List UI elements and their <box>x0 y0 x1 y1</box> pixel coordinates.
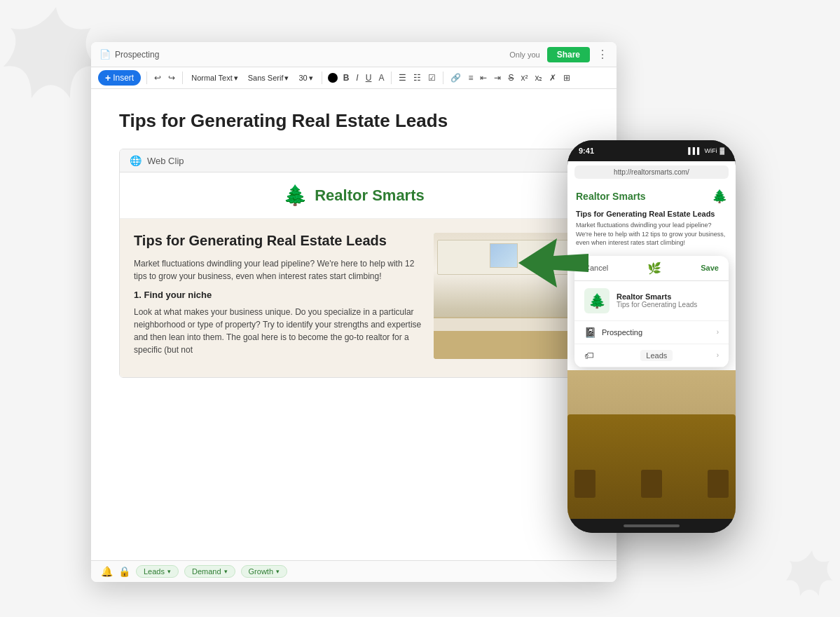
tag-leads-chevron: ▾ <box>167 568 171 575</box>
redo-icon[interactable]: ↪ <box>167 72 177 84</box>
text-style-dropdown[interactable]: Normal Text ▾ <box>188 72 240 84</box>
kitchen-counter <box>434 317 574 331</box>
tag-growth-label: Growth <box>249 567 273 576</box>
battery-icon: ▓ <box>719 147 724 154</box>
bell-icon[interactable]: 🔔 <box>101 566 113 577</box>
phone-status-icons: ▌▌▌ WiFi ▓ <box>688 147 724 154</box>
bold-button[interactable]: B <box>342 72 351 84</box>
align-button[interactable]: ≡ <box>467 72 474 84</box>
italic-button[interactable]: I <box>354 72 359 84</box>
text-style-label: Normal Text <box>191 74 232 82</box>
chevron-down-icon: ▾ <box>234 74 238 83</box>
phone-bottom-image <box>567 370 736 519</box>
evernote-icon: 🌿 <box>647 262 661 275</box>
phone-article-title: Tips for Generating Real Estate Leads <box>567 210 736 218</box>
kitchen-window <box>490 243 518 268</box>
desktop-window: 📄 Prospecting Only you Share ⋮ + Insert … <box>91 42 617 582</box>
checklist-button[interactable]: ☑ <box>427 72 437 84</box>
clear-format-button[interactable]: ✗ <box>548 72 558 84</box>
tag-growth-chevron: ▾ <box>276 568 280 575</box>
web-clip-body: 🌲 Realtor Smarts Tips for Generating Rea… <box>120 172 588 377</box>
plus-icon: + <box>105 72 111 83</box>
superscript-button[interactable]: x² <box>519 72 529 84</box>
indent-right-button[interactable]: ⇥ <box>493 72 502 84</box>
insert-label: Insert <box>113 73 134 83</box>
doc-icon: 📄 <box>99 49 111 60</box>
phone-status-bar: 9:41 ▌▌▌ WiFi ▓ <box>567 140 736 161</box>
link-button[interactable]: 🔗 <box>449 72 462 84</box>
site-title: Realtor Smarts <box>315 187 425 205</box>
toolbar-divider-2 <box>182 72 183 84</box>
insert-button[interactable]: + Insert <box>98 70 141 86</box>
save-item-text: Realtor Smarts Tips for Generating Leads <box>617 292 719 308</box>
site-logo-icon: 🌲 <box>283 184 308 207</box>
highlight-button[interactable]: A <box>377 72 385 84</box>
more-icon[interactable]: ⋮ <box>597 48 608 61</box>
lock-icon[interactable]: 🔒 <box>118 566 130 577</box>
title-bar-right: Only you Share ⋮ <box>509 47 608 62</box>
font-size-dropdown[interactable]: 30 ▾ <box>296 72 315 84</box>
document-footer: 🔔 🔒 Leads ▾ Demand ▾ Growth ▾ <box>91 560 617 582</box>
article-intro-text: Market fluctuations dwindling your lead … <box>134 257 422 283</box>
article-body-text: Look at what makes your business unique.… <box>134 306 422 356</box>
font-dropdown[interactable]: Sans Serif ▾ <box>245 72 292 84</box>
tag-leads[interactable]: Leads ▾ <box>136 565 179 578</box>
undo-icon[interactable]: ↩ <box>153 72 163 84</box>
wifi-icon: WiFi <box>704 147 717 154</box>
phone-time: 9:41 <box>579 147 594 155</box>
more-formats-button[interactable]: ⊞ <box>562 72 572 84</box>
phone-kitchen-chairs <box>574 470 729 505</box>
bullets-button[interactable]: ☰ <box>397 72 408 84</box>
size-chevron-icon: ▾ <box>309 74 313 83</box>
subscript-button[interactable]: x₂ <box>533 72 544 84</box>
main-container: 📄 Prospecting Only you Share ⋮ + Insert … <box>91 42 840 596</box>
save-dialog-tag-row[interactable]: 🏷 Leads › <box>574 344 729 367</box>
home-indicator-bar <box>624 524 680 527</box>
phone-site-title: Realtor Smarts <box>576 191 646 202</box>
toolbar-divider-4 <box>391 72 392 84</box>
phone-site-logo-icon: 🌲 <box>712 189 727 204</box>
kitchen-floor <box>434 331 574 359</box>
indent-left-button[interactable]: ⇤ <box>478 72 488 84</box>
save-save-button[interactable]: Save <box>701 264 719 272</box>
toolbar-divider-5 <box>443 72 443 84</box>
title-bar: 📄 Prospecting Only you Share ⋮ <box>91 42 617 67</box>
save-dialog-header: Cancel 🌿 Save <box>574 256 729 281</box>
save-dialog-clip-item: 🌲 Realtor Smarts Tips for Generating Lea… <box>574 281 729 321</box>
phone-chair-3 <box>708 470 729 498</box>
underline-button[interactable]: U <box>364 72 373 84</box>
share-button[interactable]: Share <box>547 47 590 62</box>
document-content: Tips for Generating Real Estate Leads 🌐 … <box>91 89 617 560</box>
article-subhead: 1. Find your niche <box>134 290 422 300</box>
toolbar: + Insert ↩ ↪ Normal Text ▾ Sans Serif ▾ … <box>91 67 617 89</box>
web-clip-header: 🌐 Web Clip <box>120 149 588 172</box>
article-body: Tips for Generating Real Estate Leads Ma… <box>120 219 588 377</box>
tag-demand-label: Demand <box>192 567 221 576</box>
document-title-label: Prospecting <box>115 50 159 60</box>
site-header: 🌲 Realtor Smarts <box>120 172 588 219</box>
text-color-dot[interactable] <box>328 73 338 83</box>
title-bar-left: 📄 Prospecting <box>99 49 159 60</box>
save-dialog-notebook-row[interactable]: 📓 Prospecting › <box>574 321 729 344</box>
only-you-label: Only you <box>509 50 539 59</box>
tag-icon: 🏷 <box>584 350 594 361</box>
tag-demand[interactable]: Demand ▾ <box>184 565 235 578</box>
document-main-title: Tips for Generating Real Estate Leads <box>119 110 588 132</box>
phone-article-text: Market fluctuations dwindling your lead … <box>567 221 736 248</box>
tag-growth[interactable]: Growth ▾ <box>241 565 287 578</box>
article-heading: Tips for Generating Real Estate Leads <box>134 233 422 249</box>
toolbar-divider-1 <box>146 72 147 84</box>
svg-marker-0 <box>518 238 588 287</box>
globe-icon: 🌐 <box>130 155 142 166</box>
tag-value: Leads <box>640 350 673 361</box>
numbered-button[interactable]: ☷ <box>412 72 422 84</box>
font-chevron-icon: ▾ <box>284 74 289 83</box>
web-clip-label: Web Clip <box>147 156 184 166</box>
notebook-label: Prospecting <box>602 328 714 337</box>
phone-url-bar[interactable]: http://realtorsmarts.com/ <box>574 165 729 179</box>
save-dialog: Cancel 🌿 Save 🌲 Realtor Smarts Tips for … <box>574 256 729 367</box>
tag-leads-label: Leads <box>144 567 165 576</box>
article-text-block: Tips for Generating Real Estate Leads Ma… <box>134 233 422 363</box>
strikethrough-button[interactable]: S <box>507 72 515 84</box>
notebook-icon: 📓 <box>584 327 596 338</box>
